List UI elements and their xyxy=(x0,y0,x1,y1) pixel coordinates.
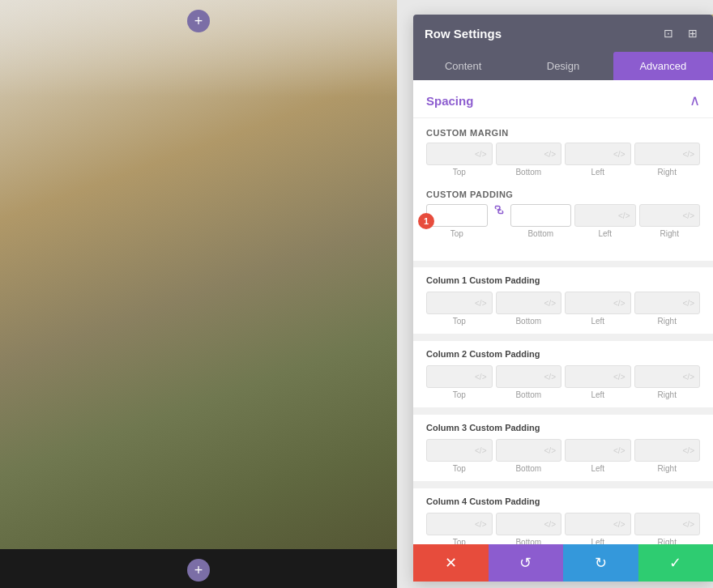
padding-left-input-wrapper[interactable]: </> xyxy=(574,204,636,227)
padding-right-input-wrapper[interactable]: </> xyxy=(639,204,701,227)
section-separator-2 xyxy=(413,334,713,341)
padding-link-icon[interactable] xyxy=(491,198,507,221)
col4-left-input[interactable]: </> xyxy=(565,513,631,535)
row-settings-panel: Row Settings ⊡ ⊞ Content Design Advanced… xyxy=(413,15,713,582)
col3-left-input[interactable]: </> xyxy=(565,439,631,462)
panel-body[interactable]: Spacing ∧ Custom Margin </> Top xyxy=(413,80,713,544)
add-below-button[interactable]: + xyxy=(187,559,210,582)
col4-right-label: Right xyxy=(634,538,701,544)
col3-right-input[interactable]: </> xyxy=(634,439,701,462)
panel-header-icons: ⊡ ⊞ xyxy=(660,24,702,42)
padding-top-input-wrapper[interactable]: 0px xyxy=(426,204,488,227)
responsive-icon[interactable]: ⊡ xyxy=(660,24,677,42)
margin-right-input-wrapper[interactable]: </> xyxy=(634,143,701,165)
col1-right-input[interactable]: </> xyxy=(634,292,701,314)
redo-button[interactable]: ↻ xyxy=(563,544,638,582)
margin-top-label: Top xyxy=(426,168,493,177)
panel-title: Row Settings xyxy=(425,27,502,40)
column3-padding-section: Column 3 Custom Padding </> Top </> Bott… xyxy=(413,415,713,482)
col2-right-input[interactable]: </> xyxy=(634,365,701,388)
col1-left-label: Left xyxy=(565,317,631,326)
col3-top-label: Top xyxy=(426,464,493,473)
col1-bottom-label: Bottom xyxy=(496,317,562,326)
padding-top-label: Top xyxy=(426,229,488,238)
badge-1: 1 xyxy=(418,213,434,229)
margin-bottom-responsive: </> xyxy=(544,150,556,159)
padding-left-label: Left xyxy=(574,229,636,238)
custom-margin-label: Custom Margin xyxy=(426,128,700,138)
canvas-area: + + xyxy=(0,0,397,588)
canvas-bottom-bar: + xyxy=(0,549,397,588)
col4-top-input[interactable]: </> xyxy=(426,513,493,535)
padding-top-input[interactable]: 0px xyxy=(432,210,482,221)
spacing-content: Custom Margin </> Top </> Bottom xyxy=(413,118,713,261)
col1-bottom-input[interactable]: </> xyxy=(496,292,562,314)
padding-bottom-label: Bottom xyxy=(510,229,572,238)
col4-right-input[interactable]: </> xyxy=(634,513,701,535)
col2-top-label: Top xyxy=(426,390,493,399)
add-above-button[interactable]: + xyxy=(187,10,210,32)
cancel-button[interactable]: ✕ xyxy=(413,544,489,582)
padding-bottom-input-wrapper[interactable]: 0px xyxy=(510,204,572,227)
col4-left-label: Left xyxy=(565,538,631,544)
custom-margin-group: Custom Margin </> Top </> Bottom xyxy=(426,128,700,177)
col4-bottom-label: Bottom xyxy=(496,538,562,544)
padding-bottom-input[interactable]: 0px xyxy=(516,210,566,221)
column4-padding-section: Column 4 Custom Padding </> Top </> Bott… xyxy=(413,488,713,544)
col3-left-label: Left xyxy=(565,464,631,473)
undo-button[interactable]: ↺ xyxy=(489,544,564,582)
column1-padding-label: Column 1 Custom Padding xyxy=(426,275,700,285)
col2-right-label: Right xyxy=(634,390,701,399)
custom-padding-group: Custom Padding 1 0px Top xyxy=(426,190,700,238)
col4-bottom-input[interactable]: </> xyxy=(496,513,562,535)
column2-padding-section: Column 2 Custom Padding </> Top </> Bott… xyxy=(413,341,713,408)
col2-bottom-input[interactable]: </> xyxy=(496,365,562,388)
margin-right-responsive: </> xyxy=(683,150,694,159)
col1-right-label: Right xyxy=(634,317,701,326)
col3-right-label: Right xyxy=(634,464,701,473)
margin-left-responsive: </> xyxy=(613,150,625,159)
tab-advanced[interactable]: Advanced xyxy=(613,52,713,80)
col1-top-label: Top xyxy=(426,317,493,326)
section-separator-4 xyxy=(413,482,713,488)
panel-tabs: Content Design Advanced xyxy=(413,52,713,80)
panel-footer: ✕ ↺ ↻ ✓ xyxy=(413,544,713,582)
margin-left-label: Left xyxy=(565,168,631,177)
padding-left-responsive: </> xyxy=(618,211,630,220)
canvas-background: + + xyxy=(0,0,397,588)
margin-left-input-wrapper[interactable]: </> xyxy=(565,143,631,165)
margin-bottom-input-wrapper[interactable]: </> xyxy=(496,143,562,165)
col2-left-input[interactable]: </> xyxy=(565,365,631,388)
save-button[interactable]: ✓ xyxy=(638,544,714,582)
spacing-section-title: Spacing xyxy=(426,94,473,108)
column3-padding-label: Column 3 Custom Padding xyxy=(426,423,700,432)
margin-top-input-wrapper[interactable]: </> xyxy=(426,143,493,165)
margin-right-label: Right xyxy=(634,168,701,177)
col2-bottom-label: Bottom xyxy=(496,390,562,399)
section-separator-3 xyxy=(413,408,713,415)
column4-padding-label: Column 4 Custom Padding xyxy=(426,496,700,506)
column2-padding-label: Column 2 Custom Padding xyxy=(426,349,700,359)
col4-top-label: Top xyxy=(426,538,493,544)
spacing-section-header: Spacing ∧ xyxy=(413,80,713,118)
spacing-toggle-icon[interactable]: ∧ xyxy=(690,92,700,109)
custom-padding-label: Custom Padding xyxy=(426,190,700,199)
col1-left-input[interactable]: </> xyxy=(565,292,631,314)
padding-right-label: Right xyxy=(639,229,701,238)
margin-top-responsive: </> xyxy=(475,150,486,159)
panel-header: Row Settings ⊡ ⊞ xyxy=(413,15,713,52)
padding-right-responsive: </> xyxy=(683,211,694,220)
column1-padding-section: Column 1 Custom Padding </> Top </> Bott… xyxy=(413,267,713,334)
section-separator-1 xyxy=(413,261,713,267)
col3-bottom-input[interactable]: </> xyxy=(496,439,562,462)
col3-bottom-label: Bottom xyxy=(496,464,562,473)
col1-top-input[interactable]: </> xyxy=(426,292,493,314)
col2-left-label: Left xyxy=(565,390,631,399)
margin-bottom-label: Bottom xyxy=(496,168,562,177)
col2-top-input[interactable]: </> xyxy=(426,365,493,388)
expand-icon[interactable]: ⊞ xyxy=(684,24,702,42)
col3-top-input[interactable]: </> xyxy=(426,439,493,462)
tab-design[interactable]: Design xyxy=(513,52,613,80)
tab-content[interactable]: Content xyxy=(413,52,513,80)
